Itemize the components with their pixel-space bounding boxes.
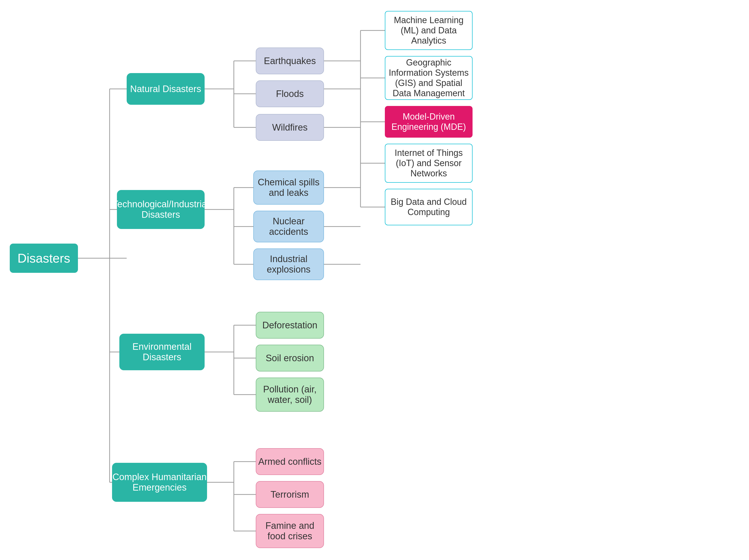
bigdata-node: Big Data and Cloud Computing xyxy=(385,189,473,225)
natural-disasters-node: Natural Disasters xyxy=(127,73,205,105)
armed-conflicts-node: Armed conflicts xyxy=(256,448,324,475)
iot-node: Internet of Things (IoT) and Sensor Netw… xyxy=(385,144,473,183)
industrial-node: Industrial explosions xyxy=(253,249,324,280)
ml-node: Machine Learning (ML) and Data Analytics xyxy=(385,11,473,50)
human-emergencies-node: Complex Humanitarian Emergencies xyxy=(112,463,207,502)
pollution-node: Pollution (air, water, soil) xyxy=(256,378,324,412)
nuclear-node: Nuclear accidents xyxy=(253,211,324,242)
earthquakes-node: Earthquakes xyxy=(256,47,324,74)
mde-node: Model-Driven Engineering (MDE) xyxy=(385,106,473,137)
root-node: Disasters xyxy=(10,243,78,273)
tech-disasters-node: Technological/Industrial Disasters xyxy=(117,190,205,229)
gis-node: Geographic Information Systems (GIS) and… xyxy=(385,56,473,100)
diagram: Disasters Natural Disasters Technologica… xyxy=(0,0,749,560)
terrorism-node: Terrorism xyxy=(256,481,324,508)
chemical-node: Chemical spills and leaks xyxy=(253,171,324,204)
famine-node: Famine and food crises xyxy=(256,514,324,548)
floods-node: Floods xyxy=(256,80,324,107)
soil-erosion-node: Soil erosion xyxy=(256,345,324,371)
env-disasters-node: Environmental Disasters xyxy=(119,334,205,370)
deforestation-node: Deforestation xyxy=(256,312,324,339)
wildfires-node: Wildfires xyxy=(256,114,324,141)
